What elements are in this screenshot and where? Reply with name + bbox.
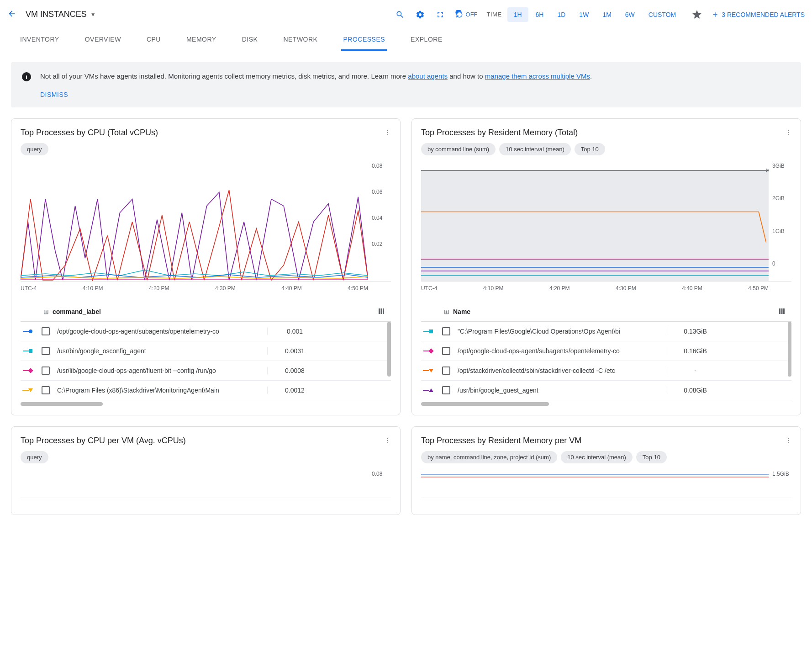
row-checkbox[interactable]: [442, 327, 450, 335]
info-icon: i: [22, 72, 31, 81]
time-range-6h[interactable]: 6H: [529, 7, 550, 22]
row-checkbox[interactable]: [42, 366, 50, 375]
card-title: Top Processes by Resident Memory (Total): [421, 128, 578, 138]
row-label: /opt/stackdriver/collectd/sbin/stackdriv…: [458, 367, 668, 374]
tab-processes[interactable]: PROCESSES: [341, 29, 387, 51]
settings-button[interactable]: [411, 5, 429, 24]
link-about-agents[interactable]: about agents: [408, 72, 448, 80]
agent-banner: i Not all of your VMs have agents instal…: [11, 62, 801, 107]
row-label: /usr/bin/google_osconfig_agent: [57, 347, 267, 355]
chart-mem-vm: 1.5GiB: [421, 471, 791, 498]
chart-cpu-vm: 0.08: [21, 471, 391, 498]
row-checkbox[interactable]: [42, 386, 50, 394]
recommended-alerts-button[interactable]: 3 RECOMMENDED ALERTS: [712, 11, 805, 18]
dismiss-button[interactable]: DISMISS: [40, 91, 790, 98]
scrollbar-vertical[interactable]: [387, 322, 391, 377]
tab-memory[interactable]: MEMORY: [185, 29, 218, 51]
row-checkbox[interactable]: [442, 386, 450, 394]
x-axis: UTC-4 4:10 PM 4:20 PM 4:30 PM 4:40 PM 4:…: [21, 282, 391, 292]
refresh-state-label: OFF: [466, 11, 478, 18]
chip[interactable]: query: [21, 451, 48, 463]
scrollbar-vertical[interactable]: [788, 322, 791, 377]
tabs: INVENTORY OVERVIEW CPU MEMORY DISK NETWO…: [0, 29, 812, 51]
chip[interactable]: Top 10: [636, 451, 667, 463]
row-label: /opt/google-cloud-ops-agent/subagents/op…: [458, 347, 668, 355]
scrollbar-horizontal[interactable]: [21, 402, 103, 406]
x-axis: UTC-4 4:10 PM 4:20 PM 4:30 PM 4:40 PM 4:…: [421, 282, 791, 292]
card-mem-total: Top Processes by Resident Memory (Total)…: [411, 118, 801, 415]
auto-refresh-toggle[interactable]: OFF: [451, 10, 481, 19]
columns-icon[interactable]: [778, 307, 786, 317]
tab-disk[interactable]: DISK: [240, 29, 260, 51]
scrollbar-horizontal[interactable]: [421, 402, 549, 406]
tab-cpu[interactable]: CPU: [145, 29, 163, 51]
table-row: "C:\Program Files\Google\Cloud Operation…: [421, 322, 791, 341]
time-range-1w[interactable]: 1W: [573, 7, 595, 22]
card-cpu-vm: Top Processes by CPU per VM (Avg. vCPUs)…: [11, 426, 401, 515]
row-checkbox[interactable]: [442, 347, 450, 355]
page-title-dropdown[interactable]: VM INSTANCES ▼: [26, 10, 96, 19]
row-checkbox[interactable]: [442, 366, 450, 375]
time-range-1m[interactable]: 1M: [596, 7, 617, 22]
back-button[interactable]: [7, 9, 16, 20]
star-icon: [692, 10, 701, 19]
breakdown-icon: ⊞: [43, 308, 49, 315]
chart-svg: [421, 471, 769, 498]
time-range-6w[interactable]: 6W: [619, 7, 641, 22]
table-row: /opt/stackdriver/collectd/sbin/stackdriv…: [421, 361, 791, 381]
card-title: Top Processes by CPU per VM (Avg. vCPUs): [21, 436, 186, 446]
row-checkbox[interactable]: [42, 347, 50, 355]
table-row: /opt/google-cloud-ops-agent/subagents/op…: [21, 322, 391, 341]
row-label: /usr/lib/google-cloud-ops-agent/fluent-b…: [57, 367, 267, 374]
svg-text:✕: ✕: [765, 167, 769, 174]
chip[interactable]: 10 sec interval (mean): [561, 451, 633, 463]
card-menu-button[interactable]: ⋮: [785, 437, 791, 444]
row-value: -: [668, 367, 722, 374]
row-value: 0.0008: [267, 367, 322, 374]
row-value: 0.13GiB: [668, 328, 722, 335]
refresh-icon: [455, 10, 464, 19]
favorite-button[interactable]: [688, 5, 706, 24]
banner-text: Not all of your VMs have agents installe…: [40, 71, 790, 82]
row-value: 0.0012: [267, 387, 322, 394]
chart-svg: ✕: [421, 163, 769, 281]
topbar: VM INSTANCES ▼ OFF TIME 1H 6H 1D 1W 1M 6…: [0, 0, 812, 29]
legend-table-body[interactable]: /opt/google-cloud-ops-agent/subagents/op…: [21, 322, 391, 400]
rec-alerts-label: 3 RECOMMENDED ALERTS: [722, 11, 805, 18]
tab-inventory[interactable]: INVENTORY: [18, 29, 61, 51]
columns-icon[interactable]: [377, 307, 385, 317]
table-row: /usr/bin/google_osconfig_agent 0.0031: [21, 341, 391, 361]
legend-table-body[interactable]: "C:\Program Files\Google\Cloud Operation…: [421, 322, 791, 400]
tab-explore[interactable]: EXPLORE: [409, 29, 444, 51]
row-label: /usr/bin/google_guest_agent: [458, 387, 668, 394]
gear-icon: [416, 10, 425, 19]
fullscreen-button[interactable]: [431, 5, 449, 24]
tab-network[interactable]: NETWORK: [281, 29, 319, 51]
card-mem-vm: Top Processes by Resident Memory per VM …: [411, 426, 801, 515]
chip[interactable]: by command line (sum): [421, 143, 496, 155]
chart-cpu-total: 0.08 0.06 0.04 0.02 UTC-4 4:10 PM 4:20 P…: [21, 163, 391, 295]
tab-overview[interactable]: OVERVIEW: [83, 29, 123, 51]
card-menu-button[interactable]: ⋮: [385, 129, 391, 136]
table-row: /opt/google-cloud-ops-agent/subagents/op…: [421, 341, 791, 361]
row-value: 0.08GiB: [668, 387, 722, 394]
card-menu-button[interactable]: ⋮: [385, 437, 391, 444]
row-value: 0.001: [267, 328, 322, 335]
time-range-1d[interactable]: 1D: [551, 7, 572, 22]
row-checkbox[interactable]: [42, 327, 50, 335]
chip[interactable]: by name, command line, zone, project id …: [421, 451, 557, 463]
card-menu-button[interactable]: ⋮: [785, 129, 791, 136]
fullscreen-icon: [436, 10, 445, 19]
chip[interactable]: query: [21, 143, 48, 155]
time-range-custom[interactable]: CUSTOM: [642, 7, 682, 22]
row-label: "C:\Program Files\Google\Cloud Operation…: [458, 328, 668, 335]
link-manage-agents[interactable]: manage them across multiple VMs: [485, 72, 590, 80]
card-title: Top Processes by CPU (Total vCPUs): [21, 128, 158, 138]
search-button[interactable]: [391, 5, 409, 24]
time-range-1h[interactable]: 1H: [507, 7, 528, 22]
chart-svg: [21, 163, 368, 281]
time-label: TIME: [487, 11, 502, 18]
chip[interactable]: 10 sec interval (mean): [499, 143, 571, 155]
chip[interactable]: Top 10: [575, 143, 605, 155]
row-value: 0.16GiB: [668, 347, 722, 355]
